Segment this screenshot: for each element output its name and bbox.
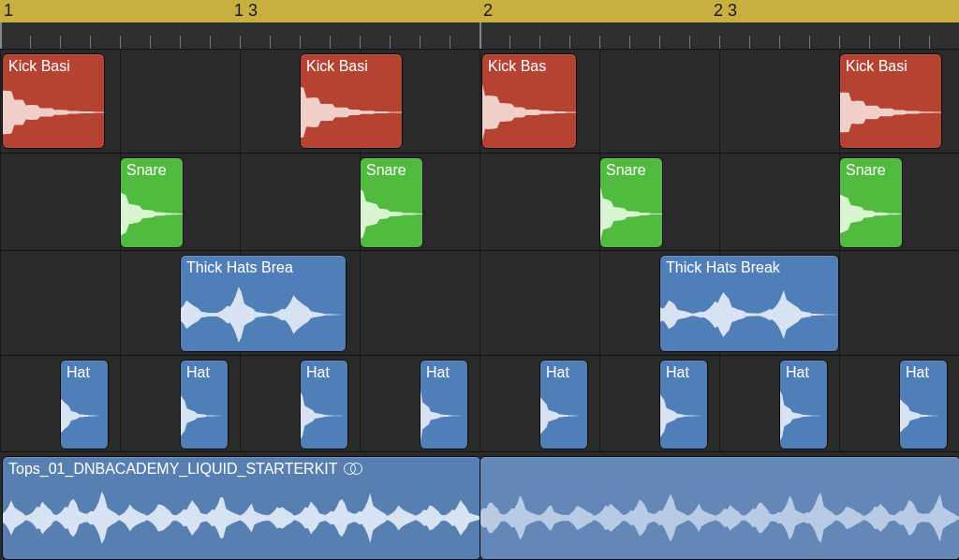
ruler-tick [659, 36, 660, 49]
ruler-tick [60, 36, 61, 49]
audio-clip-kick[interactable]: Kick Basi [300, 53, 403, 149]
clip-label: Snare [366, 162, 419, 179]
ruler-tick [450, 36, 450, 49]
stereo-icon [344, 463, 356, 475]
audio-clip-snare[interactable]: Snare [839, 157, 903, 248]
waveform [361, 188, 422, 240]
audio-clip-kick[interactable]: Kick Basi [839, 53, 942, 149]
clip-label: Hat [186, 364, 224, 381]
waveform [301, 84, 402, 140]
clip-label: Hat [906, 364, 943, 381]
ruler-tick [420, 36, 420, 49]
audio-clip-kick[interactable]: Kick Bas [481, 53, 577, 149]
ruler-tick [509, 36, 510, 49]
audio-clip-hat[interactable]: Hat [300, 360, 348, 449]
timeline-ticks[interactable] [0, 22, 959, 50]
clip-label: Kick Bas [488, 58, 572, 75]
ruler-tick [390, 36, 391, 49]
ruler-tick [689, 36, 690, 49]
clip-label: Hat [426, 364, 464, 381]
track-lane-kick[interactable] [0, 49, 959, 154]
ruler-tick-major [480, 22, 481, 49]
ruler-tick [809, 36, 810, 49]
clip-label: Snare [126, 162, 179, 179]
clip-label: Thick Hats Break [666, 259, 834, 276]
audio-clip-hat[interactable]: Hat [180, 360, 229, 449]
audio-clip-hat[interactable]: Hat [60, 360, 109, 449]
ruler-tick-major [0, 22, 2, 49]
audio-clip-thick-hats[interactable]: Thick Hats Break [659, 255, 839, 352]
audio-clip-tops[interactable]: Tops_01_DNBACADEMY_LIQUID_STARTERKIT [2, 456, 481, 560]
ruler-tick [150, 36, 151, 49]
clip-label: Hat [666, 364, 703, 381]
ruler-tick [779, 36, 780, 49]
clip-label: Tops_01_DNBACADEMY_LIQUID_STARTERKIT [8, 461, 477, 478]
waveform [181, 286, 346, 344]
waveform [660, 391, 707, 441]
audio-clip-thick-hats[interactable]: Thick Hats Brea [180, 255, 347, 352]
waveform [482, 84, 576, 140]
audio-clip-snare[interactable]: Snare [120, 157, 184, 248]
audio-clip-hat[interactable]: Hat [779, 360, 828, 449]
audio-clip-tops[interactable] [480, 456, 959, 560]
bar-label: 1 [4, 0, 13, 21]
ruler-tick [300, 36, 301, 49]
audio-clip-hat[interactable]: Hat [420, 360, 468, 449]
waveform [540, 391, 587, 441]
clip-label: Snare [846, 162, 898, 179]
ruler-tick [599, 36, 600, 49]
ruler-tick [330, 36, 331, 49]
waveform [900, 391, 947, 441]
waveform [3, 490, 480, 546]
clip-label: Thick Hats Brea [186, 259, 342, 276]
waveform [420, 391, 467, 441]
ruler-tick [210, 36, 211, 49]
timeline-ruler[interactable]: 1 1 3 2 2 3 [0, 0, 959, 23]
waveform [301, 391, 347, 441]
audio-clip-hat[interactable]: Hat [539, 360, 588, 449]
waveform [660, 286, 838, 344]
audio-clip-hat[interactable]: Hat [659, 360, 708, 449]
ruler-tick [30, 36, 31, 49]
bar-label: 2 [483, 0, 493, 21]
audio-clip-snare[interactable]: Snare [599, 157, 663, 248]
ruler-tick [569, 36, 570, 49]
ruler-tick [360, 36, 361, 49]
waveform [840, 84, 941, 140]
clip-label: Hat [66, 364, 104, 381]
audio-clip-snare[interactable]: Snare [360, 157, 423, 248]
clip-label: Hat [306, 364, 344, 381]
bar-label: 1 3 [234, 0, 258, 21]
audio-clip-hat[interactable]: Hat [899, 360, 948, 449]
audio-clip-kick[interactable]: Kick Basi [2, 53, 105, 149]
clip-label: Kick Basi [846, 58, 937, 75]
waveform [840, 188, 902, 240]
waveform [3, 84, 104, 140]
ruler-tick [180, 36, 181, 49]
ruler-tick [240, 36, 241, 49]
ruler-tick [270, 36, 271, 49]
waveform [480, 490, 959, 546]
ruler-tick [929, 36, 930, 49]
waveform [181, 391, 228, 441]
ruler-tick [899, 36, 900, 49]
ruler-tick [629, 36, 630, 49]
clip-label: Hat [786, 364, 823, 381]
waveform [121, 188, 183, 240]
clip-label: Hat [546, 364, 583, 381]
ruler-tick [539, 36, 540, 49]
waveform [600, 188, 662, 240]
waveform [780, 391, 827, 441]
clip-label: Kick Basi [8, 58, 100, 75]
waveform [61, 391, 108, 441]
bar-label: 2 3 [714, 0, 737, 21]
ruler-tick [839, 36, 840, 49]
arrangement-view[interactable]: 1 1 3 2 2 3 Kick BasiKick BasiKick BasKi… [0, 0, 959, 560]
ruler-tick [719, 36, 720, 49]
ruler-tick [749, 36, 750, 49]
ruler-tick [869, 36, 870, 49]
ruler-tick [90, 36, 91, 49]
clip-label: Snare [606, 162, 658, 179]
ruler-tick [120, 36, 121, 49]
clip-label: Kick Basi [306, 58, 398, 75]
